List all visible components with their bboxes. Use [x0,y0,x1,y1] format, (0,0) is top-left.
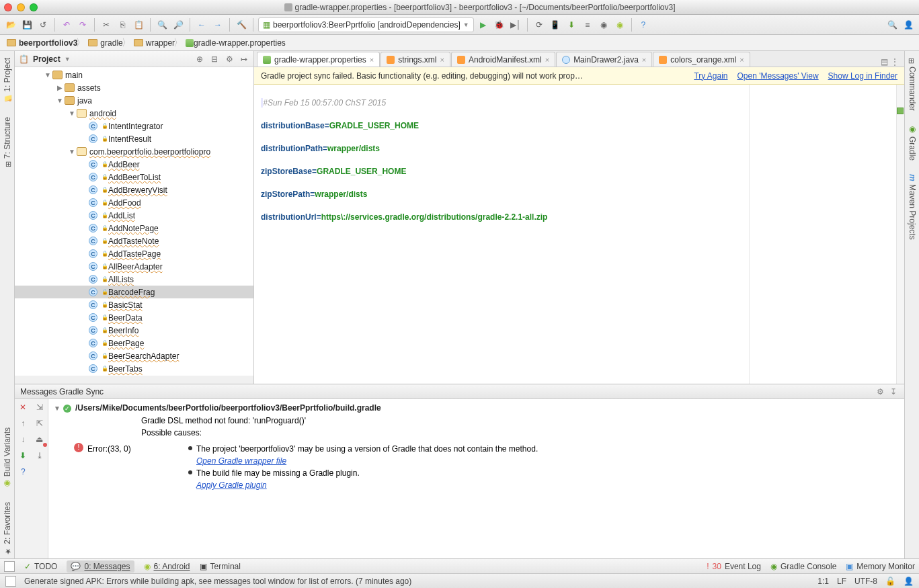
undo-icon[interactable]: ↶ [60,18,73,32]
sync-icon[interactable]: ↺ [36,18,50,32]
tree-node[interactable]: C🔒AddTastePage [15,247,253,260]
tabs-menu-icon[interactable]: ⋮ [891,57,899,67]
tab-todo[interactable]: ✓TODO [24,562,57,571]
debug-icon[interactable]: 🐞 [493,18,506,32]
ddms-icon[interactable]: ≡ [581,18,594,32]
error-location[interactable]: Error:(33, 0) [87,443,131,455]
user-icon[interactable]: 👤 [902,18,915,32]
messages-content[interactable]: ▼✓/Users/Mike/Documents/beerPortfolio/be… [48,399,904,558]
tree-node[interactable]: C🔒BeerInfo [15,324,253,337]
help-icon[interactable]: ? [17,466,29,478]
tab-terminal[interactable]: ▣Terminal [200,562,241,571]
tree-node[interactable]: C🔒BeerData [15,311,253,324]
tree-node[interactable]: ▼main [15,69,253,81]
sdk-icon[interactable]: ⬇ [565,18,578,32]
open-icon[interactable]: 📂 [4,18,17,32]
tab-build-variants[interactable]: ◉ Build Variants [3,425,12,491]
tab-structure[interactable]: ⊞ 7: Structure [3,114,12,170]
tree-node[interactable]: C🔒BasicStat [15,298,253,311]
open-wrapper-link[interactable]: Open Gradle wrapper file [196,456,286,466]
tree-node[interactable]: ▶assets [15,81,253,94]
line-separator[interactable]: LF [837,577,846,586]
redo-icon[interactable]: ↷ [76,18,89,32]
editor-tab[interactable]: gradle-wrapper.properties× [257,52,380,67]
tab-project[interactable]: 📁 1: Project [3,55,12,106]
file-encoding[interactable]: UTF-8 [854,577,877,586]
tree-node[interactable]: ▼com.beerportfolio.beerportfoliopro [15,145,253,158]
back-icon[interactable]: ← [195,18,208,32]
run-config-selector[interactable]: ▦beerportfoliov3:BeerPprtfolio [androidD… [258,17,474,32]
inspection-icon[interactable]: 👤 [904,577,914,586]
tab-android[interactable]: ◉6: Android [144,562,190,571]
avd-icon[interactable]: 📱 [549,18,562,32]
down-icon[interactable]: ↓ [17,433,29,446]
editor-tab[interactable]: strings.xml× [381,52,450,67]
cut-icon[interactable]: ✂ [99,18,113,32]
tab-favorites[interactable]: ★ 2: Favorites [3,499,12,558]
sync-gradle-icon[interactable]: ⟳ [532,18,546,32]
tree-node[interactable]: C🔒IntentResult [15,132,253,145]
minimize-window[interactable] [17,3,25,11]
tree-node[interactable]: C🔒AllLists [15,273,253,286]
hide-icon[interactable]: ↦ [239,54,249,65]
tab-commander[interactable]: ⊞ Commander [908,55,917,114]
zoom-window[interactable] [30,3,38,11]
find-icon[interactable]: 🔍 [155,18,169,32]
scroll-from-source-icon[interactable]: ⊕ [194,54,205,65]
breadcrumb-item[interactable]: wrapper [130,36,182,50]
attach-icon[interactable]: ▶│ [509,18,522,32]
tab-maven[interactable]: m Maven Projects [908,171,917,242]
show-log-link[interactable]: Show Log in Finder [828,71,897,81]
tree-node[interactable]: C🔒AddBreweryVisit [15,183,253,196]
export-icon[interactable]: ⬇ [17,450,29,462]
tree-node[interactable]: C🔒AddBeerToList [15,171,253,183]
tab-memory-monitor[interactable]: ▣Memory Monitor [846,562,915,571]
tree-node[interactable]: ▼java [15,94,253,107]
close-icon[interactable]: ✕ [17,401,29,413]
more-tabs-icon[interactable]: ▤ [881,57,888,67]
settings-icon[interactable]: ⚙ [875,386,885,397]
breadcrumb-item[interactable]: beerportfoliov3 [3,36,84,50]
open-messages-link[interactable]: Open 'Messages' View [737,71,819,81]
tree-node[interactable]: C🔒IntentIntegrator [15,120,253,132]
editor-tab[interactable]: AndroidManifest.xml× [451,52,555,67]
close-tab-icon[interactable]: × [370,56,374,64]
try-again-link[interactable]: Try Again [694,71,727,81]
tree-node[interactable]: C🔒AddFood [15,196,253,209]
readonly-icon[interactable]: 🔓 [885,577,895,586]
expand-icon[interactable]: ⇲ [34,401,46,413]
status-toggle[interactable] [5,576,16,587]
save-icon[interactable]: 💾 [20,18,34,32]
forward-icon[interactable]: → [211,18,225,32]
code-editor[interactable]: #Sun Feb 15 00:57:00 ChST 2015 distribut… [254,85,904,384]
build-icon[interactable]: 🔨 [235,18,248,32]
tree-node[interactable]: C🔒AddTasteNote [15,235,253,247]
error-file-path[interactable]: /Users/Mike/Documents/beerPortfolio/beer… [75,403,381,413]
close-tab-icon[interactable]: × [440,56,444,64]
collapse-icon[interactable]: ⊟ [209,54,220,65]
tree-node[interactable]: C🔒AllBeerAdapter [15,260,253,273]
help-icon[interactable]: ? [637,18,650,32]
tree-node[interactable]: C🔒AddList [15,209,253,222]
close-tab-icon[interactable]: × [740,56,744,64]
breadcrumb-item[interactable]: gradle-wrapper.properties [182,36,292,50]
hide-icon[interactable]: ↧ [888,386,899,397]
tree-node[interactable]: C🔒AddNotePage [15,222,253,235]
tab-messages[interactable]: 💬0: Messages [67,560,134,573]
tree-node[interactable]: C🔒BarcodeFrag [15,286,253,298]
gradle-icon[interactable]: ◉ [597,18,610,32]
close-tab-icon[interactable]: × [642,56,646,64]
paste-icon[interactable]: 📋 [132,18,145,32]
editor-tab[interactable]: MainDrawer2.java× [556,52,652,67]
breadcrumb-item[interactable]: gradle [84,36,129,50]
filter-icon[interactable]: ⏏ [34,433,46,446]
scrollbar[interactable] [15,376,253,384]
up-icon[interactable]: ↑ [17,417,29,429]
replace-icon[interactable]: 🔎 [171,18,185,32]
tree-node[interactable]: C🔒AddBeer [15,158,253,171]
tree-node[interactable]: C🔒BeerPage [15,337,253,349]
tree-node[interactable]: C🔒BeerTabs [15,362,253,375]
collapse-icon[interactable]: ⇱ [34,417,46,429]
autoscroll-icon[interactable]: ⤓ [34,450,46,462]
tree-node[interactable]: ▼android [15,107,253,120]
